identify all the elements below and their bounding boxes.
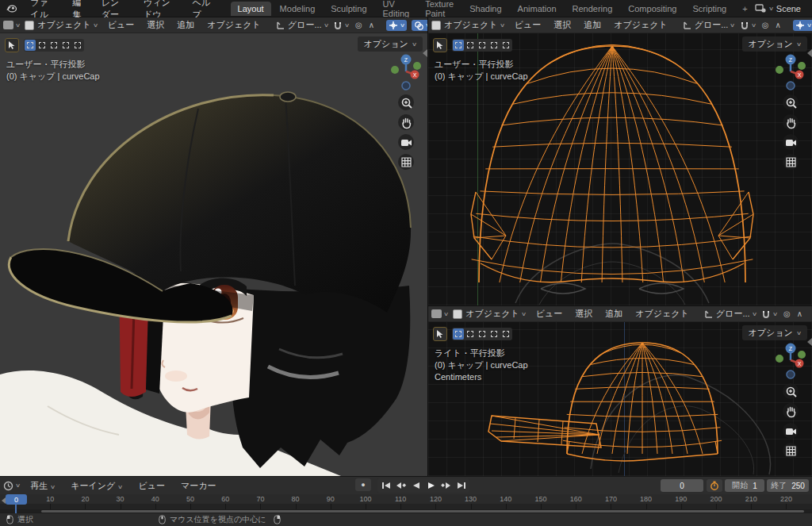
editor-type-button[interactable]: ∨ — [3, 21, 20, 29]
viewport-front[interactable]: ∨ オブジェクト ∨ ビュー選択追加オブジェクト グロー... ∨ ∨ ◎ — [428, 17, 812, 305]
viewport-canvas-side[interactable] — [428, 322, 812, 476]
axis-gizmo[interactable]: ZX — [389, 52, 423, 90]
viewport-menu-追加[interactable]: 追加 — [599, 306, 628, 321]
viewport-menu-ビュー[interactable]: ビュー — [509, 17, 547, 33]
options-dropdown[interactable]: オプション∨ — [742, 325, 807, 340]
viewport-menu-オブジェクト[interactable]: オブジェクト — [201, 17, 266, 33]
grid-button[interactable] — [398, 154, 414, 170]
select-new-button[interactable] — [25, 40, 36, 51]
axis-gizmo[interactable]: ZX — [773, 341, 808, 379]
overlays-toggle[interactable]: ∨ — [412, 20, 427, 31]
viewport-menu-追加[interactable]: 追加 — [578, 17, 607, 33]
editor-type-button[interactable]: ∨ — [431, 309, 448, 318]
zoom-button[interactable] — [783, 383, 799, 399]
proportional-editing-toggle[interactable]: ◎ ∧ — [760, 20, 783, 30]
proportional-editing-toggle[interactable]: ◎ ∧ — [782, 309, 805, 319]
proportional-editing-toggle[interactable]: ◎ ∧ — [354, 20, 377, 30]
viewport-menu-ビュー[interactable]: ビュー — [530, 306, 569, 321]
transform-orientation-selector[interactable]: グロー... ∨ — [704, 308, 756, 320]
workspace-tab-Layout[interactable]: Layout — [231, 2, 271, 16]
n-panel-toggle[interactable] — [423, 49, 427, 57]
viewport-canvas-main[interactable] — [0, 33, 427, 476]
select-extend-button[interactable] — [36, 40, 48, 51]
viewport-menu-選択[interactable]: 選択 — [141, 17, 170, 33]
transform-orientation-selector[interactable]: グロー... ∨ — [683, 19, 735, 31]
pan-hand-button[interactable] — [783, 403, 799, 419]
blender-logo-icon[interactable] — [6, 3, 17, 14]
timeline-menu-再生[interactable]: 再生∨ — [23, 478, 62, 494]
workspace-tab-Scripting[interactable]: Scripting — [685, 2, 733, 16]
timeline-channel[interactable] — [0, 504, 812, 509]
active-tool-button[interactable] — [433, 327, 447, 341]
playhead[interactable]: 0 — [6, 494, 27, 505]
gizmo-toggle[interactable]: ∨ — [386, 20, 407, 31]
select-new-button[interactable] — [453, 328, 464, 340]
timeline-menu-マーカー[interactable]: マーカー — [174, 478, 224, 494]
camera-button[interactable] — [398, 134, 414, 150]
auto-key-button[interactable]: ● — [355, 478, 371, 491]
zoom-button[interactable] — [398, 94, 414, 110]
snap-toggle[interactable]: ∨ — [333, 21, 349, 30]
play-reverse-button[interactable] — [409, 479, 423, 492]
camera-button[interactable] — [783, 134, 799, 150]
axis-gizmo[interactable]: ZX — [773, 52, 808, 90]
active-tool-button[interactable] — [5, 38, 19, 52]
viewport-side[interactable]: ∨ オブジェクト ∨ ビュー選択追加オブジェクト グロー... ∨ ∨ ◎ — [428, 306, 812, 476]
jump-to-start-button[interactable] — [379, 479, 393, 492]
grid-button[interactable] — [783, 443, 799, 459]
select-subtract-button[interactable] — [477, 328, 488, 340]
snap-toggle[interactable]: ∨ — [761, 309, 777, 319]
mode-selector[interactable]: オブジェクト ∨ — [453, 308, 526, 320]
select-extend-button[interactable] — [465, 328, 476, 340]
gizmo-toggle[interactable]: ∨ — [793, 20, 812, 31]
play-button[interactable] — [424, 479, 438, 492]
transform-orientation-selector[interactable]: グロー... ∨ — [276, 19, 328, 31]
zoom-button[interactable] — [783, 94, 799, 110]
pan-hand-button[interactable] — [783, 114, 799, 130]
camera-button[interactable] — [783, 423, 799, 439]
select-intersect-button[interactable] — [500, 40, 511, 51]
select-intersect-button[interactable] — [72, 40, 83, 51]
workspace-tab-+[interactable]: + — [735, 2, 754, 16]
prev-keyframe-button[interactable] — [394, 479, 408, 492]
select-invert-button[interactable] — [488, 40, 500, 51]
workspace-tab-Animation[interactable]: Animation — [511, 2, 564, 16]
scene-selector[interactable]: ∨ Scene — [755, 4, 801, 13]
timeline-menu-ビュー[interactable]: ビュー — [131, 478, 172, 494]
preview-range-button[interactable] — [707, 479, 722, 492]
pan-hand-button[interactable] — [398, 114, 414, 130]
options-dropdown[interactable]: オプション∨ — [358, 36, 423, 52]
timeline-ruler[interactable]: 0102030405060708090100110120130140150160… — [0, 494, 812, 504]
timeline-menu-キーイング[interactable]: キーイング∨ — [63, 478, 129, 494]
viewport-menu-選択[interactable]: 選択 — [548, 17, 576, 33]
workspace-tab-Sculpting[interactable]: Sculpting — [324, 2, 373, 16]
select-invert-button[interactable] — [60, 40, 71, 51]
select-extend-button[interactable] — [465, 40, 476, 51]
workspace-tab-Shading[interactable]: Shading — [462, 2, 508, 16]
workspace-tab-Modeling[interactable]: Modeling — [273, 2, 323, 16]
mode-selector[interactable]: オブジェクト ∨ — [431, 19, 504, 31]
select-invert-button[interactable] — [488, 328, 500, 340]
viewport-menu-ビュー[interactable]: ビュー — [102, 17, 140, 33]
viewport-menu-オブジェクト[interactable]: オブジェクト — [630, 306, 695, 321]
snap-toggle[interactable]: ∨ — [740, 21, 756, 30]
viewport-main[interactable]: ∨ オブジェクト ∨ ビュー選択追加オブジェクト グロー... ∨ ∨ ◎ — [0, 17, 427, 476]
viewport-menu-オブジェクト[interactable]: オブジェクト — [608, 17, 673, 33]
grid-button[interactable] — [783, 154, 799, 170]
n-panel-toggle[interactable] — [807, 49, 812, 57]
workspace-tab-Compositing[interactable]: Compositing — [621, 2, 684, 16]
options-dropdown[interactable]: オプション∨ — [742, 36, 807, 52]
timeline-editor-type-button[interactable]: ∨ — [3, 481, 20, 491]
mode-selector[interactable]: オブジェクト ∨ — [25, 19, 98, 31]
select-intersect-button[interactable] — [500, 328, 511, 340]
n-panel-toggle[interactable] — [807, 338, 812, 346]
viewport-menu-選択[interactable]: 選択 — [569, 306, 598, 321]
select-subtract-button[interactable] — [477, 40, 488, 51]
jump-to-end-button[interactable] — [454, 479, 468, 492]
workspace-tab-Rendering[interactable]: Rendering — [565, 2, 620, 16]
next-keyframe-button[interactable] — [439, 479, 453, 492]
frame-end-field[interactable]: 終了250 — [767, 479, 809, 492]
active-tool-button[interactable] — [433, 38, 447, 52]
select-new-button[interactable] — [453, 40, 464, 51]
select-subtract-button[interactable] — [48, 40, 59, 51]
